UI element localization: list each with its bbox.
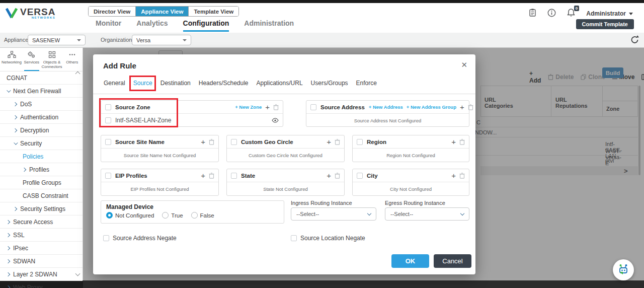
source-location-negate[interactable]: Source Location Negate	[291, 235, 365, 242]
region-checkbox[interactable]	[357, 139, 363, 145]
eip-profiles-label: EIP Profiles	[115, 173, 147, 179]
sidebar-item-decryption[interactable]: Decryption	[0, 124, 83, 137]
source-address-negate[interactable]: Source Address Negate	[103, 235, 177, 242]
tab-source[interactable]: Source	[133, 79, 153, 88]
info-icon[interactable]	[547, 9, 556, 19]
director-view-button[interactable]: Director View	[89, 7, 136, 16]
source-address-label: Source Address	[320, 104, 365, 110]
ingress-routing-value: --Select--	[296, 211, 319, 217]
egress-routing-select[interactable]: --Select--	[385, 207, 469, 221]
sidebar-item-secure-access[interactable]: Secure Access	[0, 215, 83, 229]
sidebar-item-security-settings[interactable]: Security Settings	[0, 202, 83, 215]
radio-false[interactable]: False	[191, 212, 214, 219]
add-icon[interactable]: +	[451, 173, 456, 179]
state-checkbox[interactable]	[231, 173, 237, 179]
tab-destination[interactable]: Destination	[160, 79, 191, 88]
source-address-select-all-checkbox[interactable]	[310, 104, 316, 110]
sidebar-item-cgnat[interactable]: CGNAT	[0, 71, 83, 85]
ok-button[interactable]: OK	[391, 254, 429, 268]
add-icon[interactable]: +	[327, 139, 331, 145]
appliance-view-button[interactable]: Appliance View	[136, 7, 189, 16]
sidebar-item-profiles[interactable]: Profiles	[0, 163, 83, 176]
tab-administration[interactable]: Administration	[244, 19, 294, 32]
source-address-box: Source Address + New Address + New Addre…	[306, 100, 469, 127]
add-icon[interactable]: +	[265, 104, 270, 110]
source-zone-row-checkbox[interactable]	[105, 117, 111, 123]
trash-icon[interactable]	[468, 104, 473, 110]
new-address-group-link[interactable]: + New Address Group	[407, 104, 456, 110]
tab-headers-schedule[interactable]: Headers/Schedule	[198, 79, 249, 88]
region-empty-text: Region Not Configured	[353, 149, 469, 162]
app-header: VERSA NETWORKS Director View Appliance V…	[0, 3, 644, 33]
trash-icon[interactable]	[209, 139, 214, 145]
chatbot-icon[interactable]	[613, 259, 634, 280]
template-view-button[interactable]: Template View	[189, 7, 238, 16]
tab-users-groups[interactable]: Users/Groups	[310, 79, 349, 88]
add-icon[interactable]: +	[460, 104, 464, 110]
trash-icon[interactable]	[459, 139, 465, 145]
sidebar-item-next-gen-firewall[interactable]: Next Gen Firewall	[0, 85, 83, 98]
sidebar-section-networking[interactable]: Networking	[1, 50, 22, 71]
sidebar-item-policies[interactable]: Policies	[0, 150, 83, 163]
custom-geo-circle-empty-text: Custom Geo Circle Not Configured	[227, 149, 344, 162]
radio-selected-icon	[106, 212, 113, 219]
tab-analytics[interactable]: Analytics	[136, 19, 168, 32]
trash-icon[interactable]	[209, 173, 214, 179]
tasks-clipboard-icon[interactable]	[529, 8, 536, 19]
appliance-select[interactable]: SASENEW	[28, 35, 86, 45]
sidebar-item-authentication[interactable]: Authentication	[0, 111, 83, 124]
chevron-down-icon	[183, 39, 187, 41]
sidebar-item-ipsec[interactable]: IPsec	[0, 242, 83, 255]
sidebar-item-ssl[interactable]: SSL	[0, 229, 83, 242]
source-location-negate-checkbox[interactable]	[291, 235, 297, 241]
sidebar-item-layer2-sdwan[interactable]: Layer 2 SDWAN	[0, 268, 83, 281]
eip-profiles-checkbox[interactable]	[105, 173, 111, 179]
user-menu[interactable]: Administrator	[586, 10, 633, 17]
refresh-icon[interactable]	[630, 35, 639, 47]
add-icon[interactable]: +	[201, 139, 205, 145]
source-zone-row[interactable]: Intf-SASE-LAN-Zone	[101, 114, 283, 126]
source-site-name-empty-text: Source Site Name Not Configured	[101, 149, 218, 162]
city-checkbox[interactable]	[357, 173, 363, 179]
view-switcher: Director View Appliance View Template Vi…	[88, 6, 239, 17]
custom-geo-circle-checkbox[interactable]	[231, 139, 237, 145]
radio-not-configured[interactable]: Not Configured	[106, 212, 154, 219]
sidebar-item-web-proxy[interactable]: Web Proxy	[0, 281, 83, 288]
trash-icon[interactable]	[335, 139, 340, 145]
tab-monitor[interactable]: Monitor	[96, 19, 121, 32]
source-address-negate-checkbox[interactable]	[103, 235, 109, 241]
sidebar-section-objects-connectors[interactable]: Objects & Connectors	[41, 50, 63, 71]
sidebar-item-casb-constraint[interactable]: CASB Constraint	[0, 189, 83, 202]
sidebar-item-dos[interactable]: DoS	[0, 98, 83, 111]
add-icon[interactable]: +	[201, 173, 205, 179]
add-icon[interactable]: +	[451, 139, 456, 145]
chevron-right-icon	[6, 220, 10, 224]
egress-routing-label: Egress Routing Instance	[385, 200, 445, 206]
source-site-name-checkbox[interactable]	[105, 139, 111, 145]
eye-icon[interactable]	[272, 118, 279, 123]
notifications-bell-icon[interactable]: 0	[567, 8, 575, 19]
cancel-button[interactable]: Cancel	[434, 254, 471, 268]
radio-true[interactable]: True	[162, 212, 183, 219]
new-zone-link[interactable]: + New Zone	[235, 104, 262, 110]
source-zone-select-all-checkbox[interactable]	[105, 104, 111, 110]
sidebar-item-profile-groups[interactable]: Profile Groups	[0, 176, 83, 189]
sidebar-item-sdwan[interactable]: SDWAN	[0, 255, 83, 268]
tab-applications-url[interactable]: Applications/URL	[256, 79, 303, 88]
trash-icon[interactable]	[335, 173, 340, 179]
tab-configuration[interactable]: Configuration	[183, 19, 229, 32]
chevron-down-icon	[77, 39, 81, 41]
ingress-routing-select[interactable]: --Select--	[291, 207, 376, 221]
commit-template-button[interactable]: Commit Template	[576, 19, 634, 29]
sidebar-section-others[interactable]: Others	[62, 50, 82, 71]
add-icon[interactable]: +	[327, 173, 331, 179]
close-icon[interactable]: ✕	[461, 60, 467, 69]
sidebar-item-security[interactable]: Security	[0, 137, 83, 150]
trash-icon[interactable]	[273, 104, 279, 110]
tab-enforce[interactable]: Enforce	[356, 79, 377, 88]
sidebar-section-services[interactable]: Services	[22, 50, 41, 71]
trash-icon[interactable]	[459, 173, 465, 179]
new-address-link[interactable]: + New Address	[369, 104, 403, 110]
organization-select[interactable]: Versa	[132, 35, 191, 45]
tab-general[interactable]: General	[103, 79, 126, 88]
